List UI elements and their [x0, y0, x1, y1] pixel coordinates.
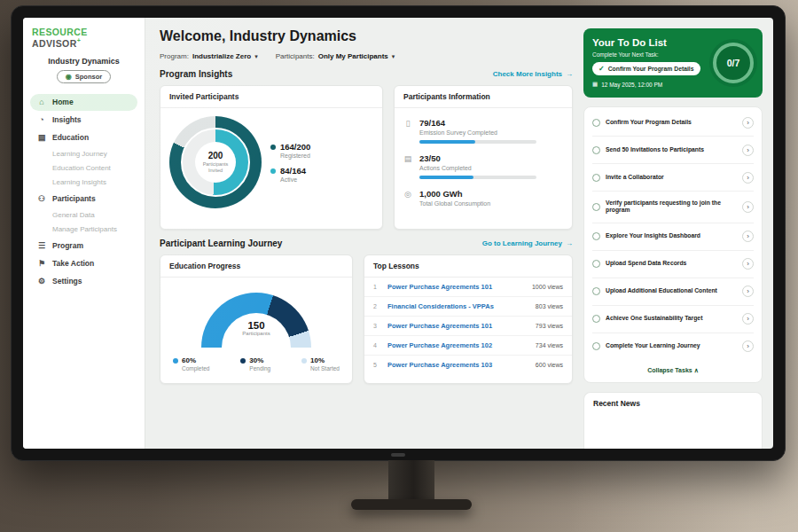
- check-more-insights-link[interactable]: Check More Insights →: [493, 70, 573, 78]
- settings-icon: ⚙: [37, 277, 46, 286]
- todo-column: Your To Do List Complete Your Next Task:…: [583, 18, 773, 449]
- legend-completed: 60% Completed: [173, 356, 209, 372]
- program-filter-label: Program:: [160, 52, 189, 60]
- chevron-right-icon[interactable]: ›: [742, 340, 754, 352]
- task-checkbox[interactable]: [592, 146, 600, 154]
- sidebar: RESOURCE ADVISOR+ Industry Dynamics ◉ Sp…: [23, 18, 145, 449]
- chevron-down-icon: ▾: [254, 53, 258, 60]
- task-label: Complete Your Learning Journey: [606, 342, 737, 350]
- sidebar-item-insights[interactable]: ◔ Insights: [30, 112, 137, 129]
- chevron-right-icon[interactable]: ›: [742, 258, 754, 270]
- gauge-center-label: Participants: [222, 331, 291, 336]
- link-label: Check More Insights: [493, 70, 562, 78]
- task-checkbox[interactable]: [592, 119, 600, 127]
- participants-select[interactable]: Participants: Only My Participants ▾: [276, 52, 395, 60]
- lesson-row[interactable]: 2 Financial Considerations - VPPAs 803 v…: [364, 297, 572, 317]
- chevron-right-icon[interactable]: ›: [742, 231, 754, 242]
- task-checkbox[interactable]: [592, 232, 600, 240]
- lesson-row[interactable]: 5 Power Purchase Agreements 103 600 view…: [364, 356, 572, 374]
- chevron-right-icon[interactable]: ›: [742, 172, 754, 184]
- lesson-views: 793 views: [536, 323, 563, 329]
- legend-label: Active: [280, 176, 310, 183]
- stat-value: 79/164: [419, 118, 536, 128]
- home-icon: ⌂: [37, 98, 46, 106]
- arrow-right-icon: →: [566, 70, 573, 78]
- card-title: Top Lessons: [364, 255, 572, 278]
- lesson-row[interactable]: 3 Power Purchase Agreements 101 793 view…: [364, 317, 572, 336]
- task-checkbox[interactable]: [592, 203, 600, 211]
- sidebar-item-program[interactable]: ☰ Program: [30, 238, 137, 254]
- collapse-tasks-button[interactable]: Collapse Tasks ∧: [592, 360, 754, 382]
- todo-progress-count: 0/7: [727, 58, 740, 68]
- lessons-list: 1 Power Purchase Agreements 101 1000 vie…: [364, 278, 572, 374]
- sidebar-item-manage-participants[interactable]: Manage Participants: [30, 223, 137, 237]
- next-task-pill[interactable]: ✓ Confirm Your Program Details: [592, 62, 700, 75]
- insights-cards-row: Invited Participants 200 Participants In…: [160, 85, 573, 230]
- stat-emission-survey: ▯ 79/164 Emission Survey Completed: [403, 118, 563, 144]
- chevron-right-icon[interactable]: ›: [742, 145, 754, 156]
- legend-pending: 30% Pending: [240, 356, 270, 372]
- sidebar-item-general-data[interactable]: General Data: [30, 208, 137, 223]
- logo-advisor: ADVISOR: [32, 38, 77, 49]
- task-checkbox[interactable]: [592, 315, 600, 323]
- sidebar-item-education[interactable]: ▤ Education: [30, 129, 137, 146]
- sidebar-item-learning-journey[interactable]: Learning Journey: [30, 147, 137, 161]
- task-row-upload-educational-content[interactable]: Upload Additional Educational Content ›: [592, 278, 754, 306]
- program-select[interactable]: Program: Industrialize Zero ▾: [160, 52, 258, 60]
- sidebar-item-participants[interactable]: ⚇ Participants: [30, 191, 137, 207]
- task-row-achieve-target[interactable]: Achieve One Sustainability Target ›: [592, 306, 754, 333]
- lesson-rank: 5: [373, 362, 380, 368]
- chevron-right-icon[interactable]: ›: [742, 201, 754, 213]
- task-checkbox[interactable]: [592, 260, 600, 268]
- monitor-power-led: [391, 453, 405, 457]
- lesson-row[interactable]: 4 Power Purchase Agreements 102 734 view…: [364, 336, 572, 356]
- task-label: Confirm Your Program Details: [606, 119, 737, 127]
- legend-dot-registered: [270, 145, 276, 150]
- lesson-title-link[interactable]: Financial Considerations - VPPAs: [387, 302, 528, 310]
- go-to-learning-journey-link[interactable]: Go to Learning Journey →: [482, 239, 573, 247]
- task-row-upload-spend-data[interactable]: Upload Spend Data Records ›: [592, 251, 754, 278]
- donut-center-value: 200: [208, 151, 223, 160]
- chevron-right-icon[interactable]: ›: [742, 313, 754, 325]
- todo-progress-ring: 0/7: [713, 43, 754, 83]
- participants-filter-label: Participants:: [276, 52, 315, 60]
- task-row-complete-learning-journey[interactable]: Complete Your Learning Journey ›: [592, 333, 754, 360]
- task-row-confirm-program[interactable]: Confirm Your Program Details ›: [592, 109, 754, 137]
- sponsor-icon: ◉: [66, 73, 72, 81]
- sidebar-item-label: Home: [52, 98, 74, 106]
- card-title: Education Progress: [160, 255, 352, 278]
- legend-dot-completed: [173, 358, 178, 364]
- lesson-rank: 4: [373, 342, 380, 348]
- legend-active: 84/164 Active: [270, 166, 310, 183]
- program-insights-header: Program Insights Check More Insights →: [160, 69, 573, 79]
- lesson-row[interactable]: 1 Power Purchase Agreements 101 1000 vie…: [364, 278, 572, 297]
- sidebar-item-label: Education: [52, 133, 89, 142]
- task-checkbox[interactable]: [592, 174, 600, 182]
- lesson-title-link[interactable]: Power Purchase Agreements 102: [387, 341, 528, 349]
- lesson-title-link[interactable]: Power Purchase Agreements 101: [387, 322, 528, 330]
- chevron-right-icon[interactable]: ›: [742, 117, 754, 129]
- sidebar-item-settings[interactable]: ⚙ Settings: [30, 273, 137, 290]
- stat-value: 23/50: [419, 153, 536, 163]
- sidebar-item-home[interactable]: ⌂ Home: [30, 94, 137, 111]
- task-label: Verify participants requesting to join t…: [606, 200, 737, 215]
- chevron-right-icon[interactable]: ›: [742, 286, 754, 297]
- top-lessons-card: Top Lessons 1 Power Purchase Agreements …: [364, 254, 573, 384]
- task-row-verify-participants[interactable]: Verify participants requesting to join t…: [592, 192, 754, 223]
- sidebar-item-learning-insights[interactable]: Learning Insights: [30, 176, 137, 190]
- learning-cards-row: Education Progress 150 Participants 60%: [160, 254, 573, 384]
- chevron-down-icon: ▾: [392, 53, 395, 60]
- task-checkbox[interactable]: [592, 287, 600, 295]
- lesson-title-link[interactable]: Power Purchase Agreements 103: [387, 361, 528, 369]
- task-checkbox[interactable]: [592, 342, 600, 350]
- sidebar-item-take-action[interactable]: ⚑ Take Action: [30, 255, 137, 272]
- sidebar-item-label: Program: [52, 241, 83, 250]
- location-pin-icon: ◎: [403, 189, 412, 211]
- sidebar-item-education-content[interactable]: Education Content: [30, 161, 137, 176]
- task-row-send-invitations[interactable]: Send 50 Invitations to Participants ›: [592, 137, 754, 164]
- lesson-title-link[interactable]: Power Purchase Agreements 101: [387, 283, 525, 291]
- task-label: Upload Spend Data Records: [606, 260, 737, 268]
- link-label: Go to Learning Journey: [482, 239, 562, 247]
- task-row-invite-collaborator[interactable]: Invite a Collaborator ›: [592, 164, 754, 192]
- task-row-explore-insights[interactable]: Explore Your Insights Dashboard ›: [592, 223, 754, 251]
